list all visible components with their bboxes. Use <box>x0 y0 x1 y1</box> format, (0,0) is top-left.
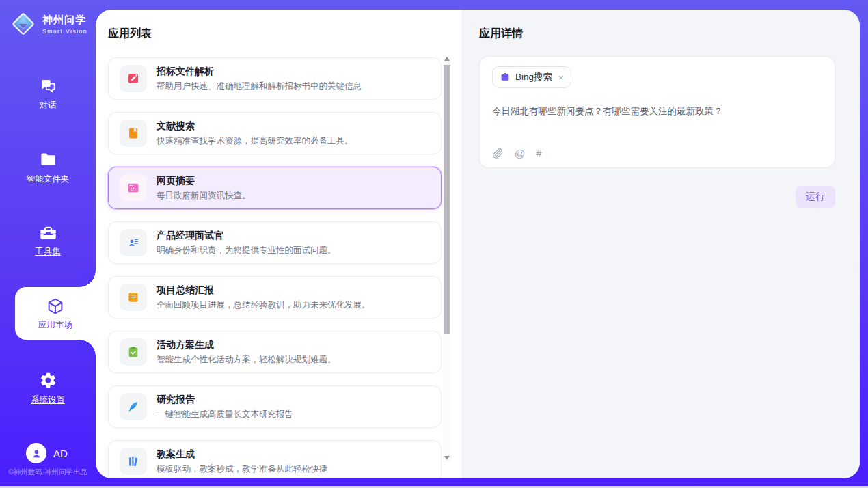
app-detail-title: 应用详情 <box>479 27 835 40</box>
app-desc: 智能生成个性化活动方案，轻松解决规划难题。 <box>157 354 336 366</box>
quill-icon <box>120 393 147 420</box>
app-desc: 明确身份和职责，为您提供专业性的面试问题。 <box>157 245 336 256</box>
edit-doc-icon <box>120 65 147 92</box>
app-desc: 每日政府新闻资讯快查。 <box>157 190 251 202</box>
books-icon <box>120 448 147 475</box>
sidebar-item-label: 应用市场 <box>38 319 72 331</box>
sidebar-item-label: 对话 <box>40 100 57 111</box>
sidebar: 神州问学 Smart Vision 对话 智能文件夹 工具集 应用市场 <box>0 0 96 488</box>
chat-icon <box>39 77 57 95</box>
app-card-list: 招标文件解析 帮助用户快速、准确地理解和解析招标书中的关键信息 文献搜索 快速精… <box>108 57 442 478</box>
app-name: 项目总结汇报 <box>157 284 370 297</box>
gear-icon <box>39 371 57 390</box>
hash-icon[interactable]: # <box>536 148 541 159</box>
app-name: 文献搜索 <box>157 120 353 133</box>
app-card[interactable]: 产品经理面试官 明确身份和职责，为您提供专业性的面试问题。 <box>108 221 442 264</box>
user-name: AD <box>53 448 68 459</box>
app-desc: 帮助用户快速、准确地理解和解析招标书中的关键信息 <box>157 81 362 92</box>
app-desc: 全面回顾项目进展，总结经验教训，助力未来优化发展。 <box>157 299 370 311</box>
sidebar-item-chat[interactable]: 对话 <box>0 77 96 111</box>
folder-icon <box>39 150 57 169</box>
app-name: 研究报告 <box>157 394 293 406</box>
app-card[interactable]: 教案生成 模板驱动，教案秒成，教学准备从此轻松快捷 <box>108 440 442 478</box>
app-card-selected[interactable]: 网页摘要 每日政府新闻资讯快查。 <box>108 167 442 209</box>
sidebar-item-settings[interactable]: 系统设置 <box>0 371 96 406</box>
web-window-icon <box>120 174 147 202</box>
toolbox-icon <box>39 223 57 241</box>
sidebar-item-toolset[interactable]: 工具集 <box>0 223 96 258</box>
app-name: 产品经理面试官 <box>157 230 336 242</box>
app-logo: 神州问学 Smart Vision <box>10 10 87 38</box>
app-card[interactable]: 招标文件解析 帮助用户快速、准确地理解和解析招标书中的关键信息 <box>108 57 442 100</box>
run-row: 运行 <box>479 186 835 208</box>
sidebar-item-label: 智能文件夹 <box>27 174 70 185</box>
logo-title: 神州问学 <box>42 14 87 27</box>
paperclip-icon[interactable] <box>492 148 504 159</box>
list-scrollbar[interactable] <box>443 55 451 462</box>
tool-chip-bing-search[interactable]: Bing搜索 × <box>492 66 571 88</box>
app-list-panel: 应用列表 招标文件解析 帮助用户快速、准确地理解和解析招标书中的关键信息 <box>96 10 463 478</box>
close-icon[interactable]: × <box>558 72 564 83</box>
app-detail-card: Bing搜索 × 今日湖北有哪些新闻要点？有哪些需要关注的最新政策？ @ # <box>479 56 835 168</box>
book-icon <box>120 120 147 147</box>
scrollbar-thumb[interactable] <box>444 65 450 334</box>
user-icon <box>31 448 42 459</box>
app-card[interactable]: 研究报告 一键智能生成高质量长文本研究报告 <box>108 385 442 428</box>
main-content: 应用列表 招标文件解析 帮助用户快速、准确地理解和解析招标书中的关键信息 <box>96 10 860 478</box>
app-detail-panel: 应用详情 Bing搜索 × 今日湖北有哪些新闻要点？有哪些需要关注的最新政策？ … <box>463 10 860 478</box>
user-account[interactable]: AD <box>26 443 68 463</box>
scrollbar-down-arrow[interactable] <box>444 456 450 460</box>
clipboard-check-icon <box>120 338 147 366</box>
sidebar-item-label: 系统设置 <box>31 394 65 406</box>
briefcase-icon <box>500 72 511 83</box>
app-card[interactable]: 文献搜索 快速精准查找学术资源，提高研究效率的必备工具。 <box>108 112 442 154</box>
interviewer-icon <box>120 229 147 256</box>
app-desc: 快速精准查找学术资源，提高研究效率的必备工具。 <box>157 135 353 147</box>
app-name: 招标文件解析 <box>157 66 362 78</box>
app-name: 教案生成 <box>157 448 327 461</box>
avatar <box>26 443 46 463</box>
tool-chip-label: Bing搜索 <box>515 71 552 83</box>
app-list-title: 应用列表 <box>108 27 462 40</box>
sidebar-item-smart-folder[interactable]: 智能文件夹 <box>0 150 96 185</box>
sidebar-footer: ©神州数码·神州问学出品 <box>0 467 96 477</box>
cube-icon <box>46 297 65 316</box>
scrollbar-up-arrow[interactable] <box>444 57 450 61</box>
app-desc: 一键智能生成高质量长文本研究报告 <box>157 409 293 420</box>
app-name: 网页摘要 <box>157 175 251 187</box>
app-card[interactable]: 活动方案生成 智能生成个性化活动方案，轻松解决规划难题。 <box>108 331 442 373</box>
input-toolbar: @ # <box>492 148 822 159</box>
at-icon[interactable]: @ <box>515 148 525 159</box>
run-button[interactable]: 运行 <box>796 186 835 208</box>
app-name: 活动方案生成 <box>157 339 336 351</box>
sidebar-item-app-market[interactable]: 应用市场 <box>15 287 96 340</box>
query-text[interactable]: 今日湖北有哪些新闻要点？有哪些需要关注的最新政策？ <box>492 105 822 118</box>
logo-subtitle: Smart Vision <box>42 28 87 35</box>
app-card[interactable]: 项目总结汇报 全面回顾项目进展，总结经验教训，助力未来优化发展。 <box>108 276 442 318</box>
app-desc: 模板驱动，教案秒成，教学准备从此轻松快捷 <box>157 463 327 475</box>
summary-note-icon <box>120 284 147 311</box>
sidebar-item-label: 工具集 <box>35 246 61 258</box>
logo-diamond-icon <box>10 10 37 38</box>
